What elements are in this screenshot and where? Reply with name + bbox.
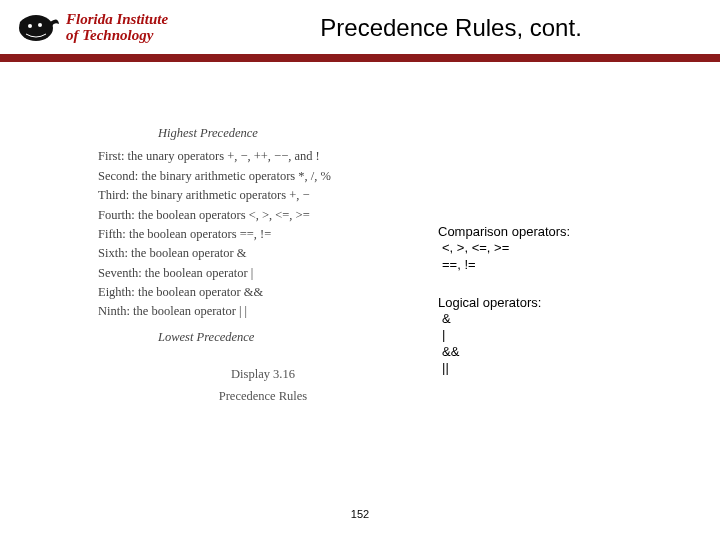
precedence-item: Seventh: the boolean operator | (98, 264, 428, 283)
caption-display: Display 3.16 (98, 365, 428, 384)
logical-operators-note: Logical operators: & | && || (438, 295, 570, 376)
note-title: Comparison operators: (438, 224, 570, 240)
note-line: & (438, 311, 570, 327)
svg-point-1 (28, 24, 32, 28)
note-title: Logical operators: (438, 295, 570, 311)
figure-caption: Display 3.16 Precedence Rules (98, 365, 428, 406)
institution-line2: of Technology (66, 28, 168, 44)
divider-bar (0, 54, 720, 62)
comparison-operators-note: Comparison operators: <, >, <=, >= ==, !… (438, 224, 570, 273)
institution-line1: Florida Institute (66, 12, 168, 28)
precedence-heading: Highest Precedence (98, 124, 428, 143)
panther-icon (16, 10, 60, 46)
precedence-item: Fifth: the boolean operators ==, != (98, 225, 428, 244)
side-notes: Comparison operators: <, >, <=, >= ==, !… (438, 224, 570, 398)
page-number: 152 (0, 508, 720, 520)
precedence-item: Fourth: the boolean operators <, >, <=, … (98, 206, 428, 225)
slide-title: Precedence Rules, cont. (168, 14, 704, 42)
precedence-item: Second: the binary arithmetic operators … (98, 167, 428, 186)
note-line: ==, != (438, 257, 570, 273)
slide-content: Highest Precedence First: the unary oper… (0, 62, 720, 532)
precedence-item: Ninth: the boolean operator | | (98, 302, 428, 321)
caption-title: Precedence Rules (98, 387, 428, 406)
precedence-item: Third: the binary arithmetic operators +… (98, 186, 428, 205)
slide-header: Florida Institute of Technology Preceden… (0, 0, 720, 54)
precedence-footing: Lowest Precedence (98, 328, 428, 347)
note-line: && (438, 344, 570, 360)
institution-name: Florida Institute of Technology (66, 12, 168, 44)
svg-point-2 (38, 23, 42, 27)
precedence-figure: Highest Precedence First: the unary oper… (98, 124, 428, 406)
precedence-item: First: the unary operators +, −, ++, −−,… (98, 147, 428, 166)
note-line: || (438, 360, 570, 376)
note-line: <, >, <=, >= (438, 240, 570, 256)
institution-logo: Florida Institute of Technology (16, 10, 168, 46)
precedence-item: Eighth: the boolean operator && (98, 283, 428, 302)
precedence-item: Sixth: the boolean operator & (98, 244, 428, 263)
note-line: | (438, 327, 570, 343)
